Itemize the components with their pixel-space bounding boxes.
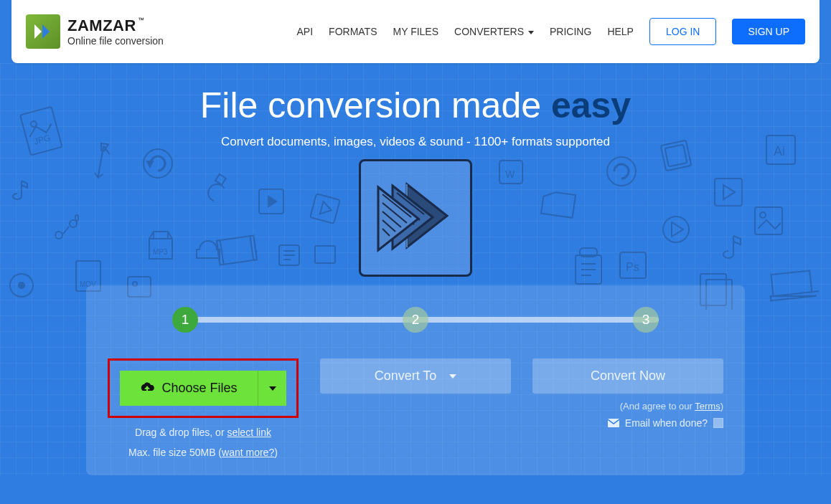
svg-point-22 <box>607 157 636 186</box>
convert-now-label: Convert Now <box>591 369 665 384</box>
logo-text: ZAMZAR™ Online file conversion <box>67 16 164 47</box>
svg-rect-12 <box>259 189 283 214</box>
step-1-column: Choose Files Drag & drop files, or selec… <box>108 358 299 458</box>
svg-marker-7 <box>147 161 153 167</box>
svg-point-41 <box>7 271 36 300</box>
hero-title: File conversion made easy <box>14 85 817 126</box>
upload-cloud-icon <box>140 382 154 395</box>
svg-rect-50 <box>608 419 619 427</box>
convert-to-button[interactable]: Convert To <box>320 358 511 394</box>
email-when-done-label: Email when done? <box>625 417 708 429</box>
svg-text:MP3: MP3 <box>153 248 168 256</box>
email-when-done-row: Email when done? <box>532 417 723 429</box>
svg-rect-25 <box>620 252 646 278</box>
choose-files-dropdown[interactable] <box>258 371 286 406</box>
svg-rect-29 <box>715 179 742 206</box>
svg-rect-20 <box>499 161 522 184</box>
svg-marker-30 <box>723 185 735 199</box>
hero-illustration <box>359 159 472 277</box>
hero-subtitle: Convert documents, images, videos & soun… <box>14 135 817 149</box>
svg-point-8 <box>70 220 77 227</box>
buttons-row: Choose Files Drag & drop files, or selec… <box>108 358 723 458</box>
step-3-column: Convert Now (And agree to our Terms) Ema… <box>532 358 723 458</box>
nav-help[interactable]: HELP <box>607 26 634 37</box>
step-3-badge: 3 <box>633 307 659 333</box>
svg-point-42 <box>18 282 25 289</box>
svg-point-9 <box>55 232 62 239</box>
nav-my-files[interactable]: MY FILES <box>393 26 439 37</box>
svg-text:W: W <box>505 168 515 180</box>
logo[interactable]: ZAMZAR™ Online file conversion <box>26 14 164 49</box>
logo-icon <box>26 14 60 49</box>
choose-files-label: Choose Files <box>161 381 237 396</box>
envelope-icon <box>608 419 619 427</box>
svg-rect-24 <box>580 248 597 257</box>
caret-down-icon <box>269 386 276 391</box>
terms-link[interactable]: Terms <box>695 401 720 412</box>
nav-api[interactable]: API <box>297 26 314 37</box>
step-indicator: 1 2 3 <box>172 307 659 333</box>
chevron-down-icon <box>528 31 534 34</box>
drag-drop-hint: Drag & drop files, or select link <box>135 427 271 438</box>
svg-rect-18 <box>310 194 340 224</box>
hero-title-emphasis: easy <box>551 85 631 125</box>
svg-point-37 <box>663 217 689 242</box>
nav: API FORMATS MY FILES CONVERTERS PRICING … <box>297 18 805 45</box>
nav-converters[interactable]: CONVERTERS <box>454 26 534 37</box>
svg-rect-16 <box>250 236 257 260</box>
nav-formats[interactable]: FORMATS <box>329 26 377 37</box>
step-2-column: Convert To <box>320 358 511 458</box>
convert-to-label: Convert To <box>375 369 437 384</box>
select-link[interactable]: select link <box>227 427 271 438</box>
svg-point-34 <box>760 212 766 218</box>
svg-rect-14 <box>217 236 257 265</box>
choose-files-button[interactable]: Choose Files <box>120 371 258 406</box>
svg-text:Ps: Ps <box>626 261 639 273</box>
want-more-link[interactable]: want more? <box>222 447 274 458</box>
login-button[interactable]: LOG IN <box>649 18 716 45</box>
brand-tagline: Online file conversion <box>67 35 164 47</box>
trademark: ™ <box>138 16 144 24</box>
signup-button[interactable]: SIGN UP <box>732 19 805 44</box>
header: ZAMZAR™ Online file conversion API FORMA… <box>11 0 820 63</box>
max-size-hint: Max. file size 50MB (want more?) <box>128 447 278 458</box>
svg-rect-10 <box>75 215 78 221</box>
svg-marker-13 <box>268 195 278 208</box>
terms-agree: (And agree to our Terms) <box>532 401 723 412</box>
nav-pricing[interactable]: PRICING <box>550 26 591 37</box>
convert-now-button[interactable]: Convert Now <box>532 358 723 394</box>
choose-files-highlight: Choose Files <box>108 358 299 418</box>
step-2-badge: 2 <box>403 307 428 333</box>
email-when-done-checkbox[interactable] <box>713 418 723 428</box>
svg-rect-33 <box>755 207 782 234</box>
svg-marker-19 <box>320 201 333 217</box>
svg-rect-23 <box>576 255 601 284</box>
svg-rect-45 <box>315 246 335 263</box>
svg-point-6 <box>144 149 172 178</box>
caret-down-icon <box>449 374 456 379</box>
brand-name: ZAMZAR <box>67 16 136 34</box>
svg-marker-0 <box>34 24 42 39</box>
svg-rect-15 <box>217 240 224 265</box>
step-1-badge: 1 <box>172 307 198 333</box>
svg-marker-38 <box>672 222 683 237</box>
hero: JPG MP3 W Ps Ai MOV File conversion made… <box>0 63 831 475</box>
converter-panel: 1 2 3 Choose Files Drag & drop files, or… <box>86 285 745 475</box>
svg-marker-1 <box>42 24 50 39</box>
svg-rect-17 <box>279 245 299 265</box>
